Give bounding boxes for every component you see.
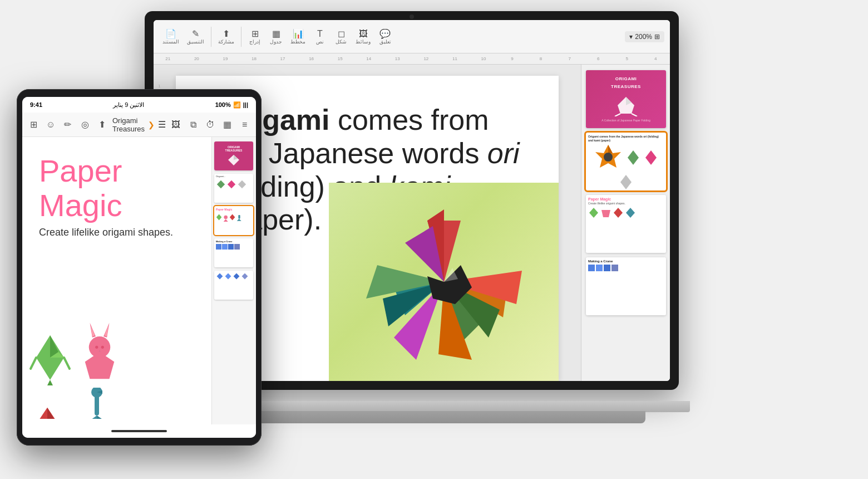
svg-marker-46 xyxy=(47,408,56,419)
thumb-image-2[interactable]: Origami comes from the Japanese words or… xyxy=(586,133,666,190)
ipad-tool-target[interactable]: ◎ xyxy=(78,116,92,134)
ipad-thumbnail-1[interactable]: ORIGAMITREASURES xyxy=(214,141,253,170)
mini-crane-thumb xyxy=(625,149,642,166)
thumb-steps-4 xyxy=(588,265,664,271)
thumb-animals-3 xyxy=(588,207,664,218)
ipad-tool-emoji[interactable]: ☺ xyxy=(44,116,58,134)
ipad-home-bar xyxy=(22,424,256,438)
toolbar-insert-btn[interactable]: ⊞ إدراج xyxy=(245,27,265,46)
ipad-canvas: Paper Magic Create lifelike origami shap… xyxy=(22,137,211,424)
ipad-title-area: Origami Treasures ❯ ☰ xyxy=(112,116,166,133)
step-mini-2 xyxy=(222,244,228,250)
thumbnail-4[interactable]: Making a Crane 4 xyxy=(586,257,665,315)
toolbar-shape-btn[interactable]: ◻ شكل xyxy=(331,27,351,46)
ruler-tick: 14 xyxy=(354,56,383,61)
toolbar-document-btn[interactable]: 📄 المستند xyxy=(159,27,183,46)
ruler-tick: 8 xyxy=(526,56,555,61)
share-icon: ⬆ xyxy=(223,28,230,39)
ipad-thumbnail-5[interactable] xyxy=(214,271,253,300)
ruler-tick: 7 xyxy=(555,56,584,61)
wifi-icon: 📶 xyxy=(233,101,241,109)
svg-marker-29 xyxy=(626,208,635,218)
ipad-battery-pct: 100% xyxy=(215,101,231,108)
thumbnail-3[interactable]: Paper Magic Create lifelike origami shap… xyxy=(586,195,665,253)
ruler-tick: 11 xyxy=(441,56,470,61)
toolbar-chart-btn[interactable]: 📊 مخطط xyxy=(287,27,309,46)
green-crane-animal xyxy=(28,330,72,388)
ipad-thumb-animals-3 xyxy=(216,212,251,224)
pink-rabbit-animal xyxy=(80,319,119,388)
thumb-title-3: Paper Magic xyxy=(588,197,664,202)
step-sq-4 xyxy=(611,265,618,271)
thumb-image-1[interactable]: ORIGAMI TREASURES xyxy=(586,70,666,128)
table-icon: ▦ xyxy=(272,28,280,39)
ipad-thumbnails[interactable]: ORIGAMITREASURES Origami... xyxy=(211,137,256,424)
ipad-tool-table[interactable]: ▦ xyxy=(220,116,234,134)
macbook-camera xyxy=(410,14,414,19)
thumb-content-2: Origami comes from the Japanese words or… xyxy=(586,133,666,190)
toolbar-media-btn[interactable]: 🖼 وسائط xyxy=(352,28,374,46)
ruler-tick: 12 xyxy=(412,56,441,61)
svg-point-43 xyxy=(101,346,104,349)
text-icon: T xyxy=(317,29,323,39)
thumb-small-subtitle-1: A Collection of Japanese Paper Folding xyxy=(601,119,650,122)
ipad-thumbnail-3[interactable]: Paper Magic xyxy=(214,206,253,235)
toolbar-text-btn[interactable]: T نص xyxy=(310,28,330,46)
toolbar-table-btn[interactable]: ▦ جدول xyxy=(266,27,286,46)
ipad-tool-view[interactable]: ⊞ xyxy=(27,116,41,134)
svg-line-18 xyxy=(632,114,637,116)
ipad-thumb-content-4: Making a Crane xyxy=(214,238,253,267)
ipad-menu-icon[interactable]: ☰ xyxy=(158,119,166,130)
svg-marker-61 xyxy=(217,180,225,188)
ipad-tool-image[interactable]: 🖼 xyxy=(169,116,183,134)
svg-point-65 xyxy=(224,216,228,219)
svg-marker-35 xyxy=(47,380,53,385)
mini-star-thumb xyxy=(593,142,624,173)
paper-animals-area xyxy=(28,319,169,419)
text-label: نص xyxy=(316,39,324,45)
macbook-foot xyxy=(200,411,645,423)
thumbnail-2[interactable]: Origami comes from the Japanese words or… xyxy=(586,133,665,190)
svg-marker-56 xyxy=(97,416,109,419)
thumb-image-4[interactable]: Making a Crane xyxy=(586,257,666,315)
ipad-thumbnail-2[interactable]: Origami... xyxy=(214,174,253,203)
ruler-tick: 20 xyxy=(183,56,211,61)
thumb-image-3[interactable]: Paper Magic Create lifelike origami shap… xyxy=(586,195,666,253)
media-label: وسائط xyxy=(356,39,371,45)
svg-line-34 xyxy=(64,358,70,369)
ipad-screen: 9:41 الاثنين 9 يناير 100% 📶 ||| ⊞ ☺ ✏ ◎ … xyxy=(22,97,256,438)
toolbar-share-btn[interactable]: ⬆ مشاركة xyxy=(215,27,238,46)
ipad-status-right: 100% 📶 ||| xyxy=(215,101,248,109)
toolbar-separator-2 xyxy=(241,27,241,47)
ipad-tool-list[interactable]: ≡ xyxy=(238,116,251,134)
ipad-tool-copy[interactable]: ⧉ xyxy=(186,116,200,134)
ruler-tick: 17 xyxy=(268,56,297,61)
ipad-tool-clock[interactable]: ⏱ xyxy=(204,116,218,134)
svg-rect-68 xyxy=(238,215,240,219)
svg-line-17 xyxy=(615,114,620,116)
thumb-title-4: Making a Crane xyxy=(588,260,664,263)
ipad-thumbnail-4[interactable]: Making a Crane xyxy=(214,238,253,267)
svg-marker-66 xyxy=(224,219,228,222)
thumb-subtitle-3: Create lifelike origami shapes. xyxy=(588,202,664,205)
ruler: 21 20 19 18 17 16 15 14 13 12 11 10 9 8 … xyxy=(154,53,670,65)
svg-point-42 xyxy=(96,346,98,349)
thumb-title-1: ORIGAMI xyxy=(615,76,637,82)
ruler-tick: 18 xyxy=(240,56,269,61)
svg-marker-23 xyxy=(628,150,639,165)
toolbar-comment-btn[interactable]: 💬 تعليق xyxy=(375,27,395,46)
svg-marker-64 xyxy=(216,214,222,220)
svg-marker-72 xyxy=(234,273,240,280)
thumbnail-1[interactable]: ORIGAMI TREASURES xyxy=(586,70,665,128)
svg-marker-21 xyxy=(608,145,613,153)
ipad-tool-share[interactable]: ⬆ xyxy=(95,116,109,134)
ipad-title-chevron-icon[interactable]: ❯ xyxy=(148,120,155,129)
toolbar-format-btn[interactable]: ✎ التنسيق xyxy=(184,27,208,46)
zoom-value: 200% xyxy=(635,33,652,41)
step-mini-4 xyxy=(234,244,240,250)
shape-icon: ◻ xyxy=(338,28,345,39)
pages-sidebar[interactable]: ORIGAMI TREASURES xyxy=(581,65,670,381)
ipad-tool-pencil[interactable]: ✏ xyxy=(61,116,75,134)
zoom-control[interactable]: ▾ 200% ⊞ xyxy=(625,31,664,42)
ipad-device: 9:41 الاثنين 9 يناير 100% 📶 ||| ⊞ ☺ ✏ ◎ … xyxy=(17,89,262,446)
